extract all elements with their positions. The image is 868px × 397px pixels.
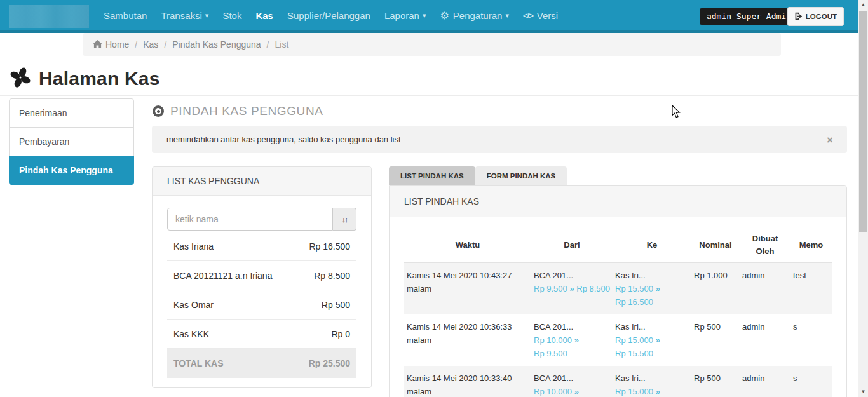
breadcrumb-home[interactable]: Home (93, 39, 129, 50)
app-root: Sambutan Transaksi▾ Stok Kas Supplier/Pe… (0, 0, 868, 397)
table-row: Kamis 14 Mei 2020 10:43:27 malam BCA 201… (404, 263, 832, 315)
cell-waktu: Kamis 14 Mei 2020 10:33:40 malam (404, 366, 531, 397)
sort-button[interactable]: ↓↑ (333, 208, 356, 231)
kas-name: Kas Iriana (173, 241, 214, 252)
breadcrumb: Home / Kas / Pindah Kas Pengguna / List (83, 33, 781, 56)
double-angle-icon: » (656, 387, 660, 396)
cell-dari: BCA 201... Rp 10.000 » Rp 9.500 (531, 314, 613, 366)
double-angle-icon: » (569, 284, 574, 293)
kas-list-item[interactable]: BCA 20121121 a.n Iriana Rp 8.500 (167, 261, 356, 290)
scroll-down-icon[interactable]: ▼ (858, 387, 868, 397)
cell-dibuat-oleh: admin (740, 263, 790, 315)
main-nav: Sambutan Transaksi▾ Stok Kas Supplier/Pe… (97, 0, 565, 30)
double-angle-icon: » (574, 335, 579, 345)
nav-item-supplier-pelanggan[interactable]: Supplier/Pelanggan (280, 10, 377, 21)
nav-item-kas[interactable]: Kas (248, 10, 280, 21)
col-nominal: Nominal (691, 227, 740, 263)
breadcrumb-separator: / (135, 39, 137, 50)
caret-down-icon: ▾ (205, 11, 209, 20)
cell-memo: s (790, 314, 832, 366)
home-icon (93, 40, 102, 49)
title-divider (0, 95, 868, 96)
kas-list-item[interactable]: Kas KKK Rp 0 (167, 320, 356, 349)
vertical-scrollbar[interactable]: ▲ ▼ (858, 0, 868, 397)
cell-ke: Kas Iri... Rp 15.000 » Rp 15.500 (613, 366, 691, 397)
caret-down-icon: ▾ (423, 11, 426, 20)
nav-item-versi[interactable]: </>Versi (516, 10, 565, 21)
cell-ke: Kas Iri... Rp 15.500 » Rp 16.500 (613, 263, 691, 315)
logout-button[interactable]: LOGOUT (787, 7, 844, 26)
cell-memo: test (790, 263, 832, 315)
tab-form-pindah-kas[interactable]: FORM PINDAH KAS (475, 166, 567, 185)
kas-amount: Rp 0 (331, 329, 350, 339)
cell-waktu: Kamis 14 Mei 2020 10:43:27 malam (404, 263, 531, 315)
nav-item-transaksi[interactable]: Transaksi▾ (154, 10, 215, 21)
pindah-kas-panel: LIST PINDAH KAS Waktu Dari Ke Nominal Di… (389, 185, 847, 397)
kas-list-item[interactable]: Kas Omar Rp 500 (167, 290, 356, 320)
scrollbar-thumb[interactable] (859, 11, 867, 232)
section-heading: PINDAH KAS PENGGUNA (170, 104, 323, 118)
sidebar-item-pindah-kas-pengguna[interactable]: Pindah Kas Pengguna (9, 156, 134, 185)
tab-list-pindah-kas[interactable]: LIST PINDAH KAS (389, 166, 475, 185)
cell-memo: s (790, 366, 832, 397)
cell-nominal: Rp 500 (691, 366, 740, 397)
gear-icon: ⚙ (440, 10, 449, 22)
nav-item-stok[interactable]: Stok (215, 10, 248, 21)
cell-dibuat-oleh: admin (740, 366, 790, 397)
kas-pengguna-panel: LIST KAS PENGGUNA ↓↑ Kas Iriana Rp 16.50… (152, 166, 372, 388)
cell-nominal: Rp 1.000 (691, 263, 740, 315)
total-label: TOTAL KAS (173, 358, 224, 368)
sort-icon: ↓↑ (342, 215, 348, 224)
total-amount: Rp 25.500 (309, 358, 350, 368)
table-row: Kamis 14 Mei 2020 10:36:33 malam BCA 201… (404, 314, 832, 366)
double-angle-icon: » (574, 387, 579, 396)
table-panel-title: LIST PINDAH KAS (390, 186, 846, 217)
user-badge[interactable]: admin Super Admin (700, 8, 798, 25)
cell-dari: BCA 201... Rp 9.500 » Rp 8.500 (531, 263, 613, 315)
kas-amount: Rp 16.500 (309, 241, 350, 252)
nav-item-laporan[interactable]: Laporan▾ (377, 10, 433, 21)
page-title-row: Halaman Kas (9, 64, 160, 93)
fan-icon (9, 66, 32, 91)
cell-dibuat-oleh: admin (740, 314, 790, 366)
sidebar-item-pembayaran[interactable]: Pembayaran (9, 127, 134, 156)
close-icon[interactable]: × (827, 134, 833, 145)
kas-amount: Rp 8.500 (314, 271, 350, 281)
table-row: Kamis 14 Mei 2020 10:33:40 malam BCA 201… (404, 366, 832, 397)
scroll-up-icon[interactable]: ▲ (858, 0, 868, 10)
pindah-kas-table: Waktu Dari Ke Nominal Dibuat Oleh Memo K… (404, 227, 832, 397)
section-heading-row: PINDAH KAS PENGGUNA (153, 104, 323, 118)
kas-list: Kas Iriana Rp 16.500 BCA 20121121 a.n Ir… (167, 232, 356, 378)
col-dibuat-oleh: Dibuat Oleh (740, 227, 790, 263)
dot-circle-icon (153, 105, 164, 117)
kas-panel-title: LIST KAS PENGGUNA (153, 167, 371, 196)
mouse-cursor (672, 105, 682, 121)
search-input[interactable] (167, 208, 333, 231)
breadcrumb-separator: / (267, 39, 269, 50)
kas-list-item[interactable]: Kas Iriana Rp 16.500 (167, 232, 356, 261)
sidebar-item-penerimaan[interactable]: Penerimaan (9, 98, 134, 128)
cell-waktu: Kamis 14 Mei 2020 10:36:33 malam (404, 314, 531, 366)
pindah-kas-tabs: LIST PINDAH KAS FORM PINDAH KAS (389, 166, 567, 185)
kas-sidebar: Penerimaan Pembayaran Pindah Kas Penggun… (9, 98, 134, 185)
code-icon: </> (523, 11, 533, 20)
double-angle-icon: » (656, 284, 660, 293)
caret-down-icon: ▾ (505, 11, 509, 20)
double-angle-icon: » (656, 335, 660, 345)
col-dari: Dari (531, 227, 613, 263)
col-ke: Ke (613, 227, 691, 263)
info-alert: memindahkan antar kas pengguna, saldo ka… (152, 126, 847, 153)
breadcrumb-pindah-kas-pengguna[interactable]: Pindah Kas Pengguna (172, 39, 261, 50)
breadcrumb-kas[interactable]: Kas (143, 39, 158, 50)
nav-item-pengaturan[interactable]: ⚙Pengaturan▾ (433, 10, 515, 22)
table-panel-body: Waktu Dari Ke Nominal Dibuat Oleh Memo K… (390, 217, 846, 397)
cell-dari: BCA 201... Rp 10.000 » Rp 9.500 (531, 366, 613, 397)
nav-item-sambutan[interactable]: Sambutan (97, 10, 154, 21)
kas-name: Kas Omar (173, 300, 214, 310)
alert-text: memindahkan antar kas pengguna, saldo ka… (166, 135, 401, 144)
cell-ke: Kas Iri... Rp 15.000 » Rp 15.500 (613, 314, 691, 366)
kas-name: Kas KKK (173, 329, 209, 339)
col-memo: Memo (790, 227, 832, 263)
kas-name: BCA 20121121 a.n Iriana (173, 271, 272, 281)
cell-nominal: Rp 500 (691, 314, 740, 366)
